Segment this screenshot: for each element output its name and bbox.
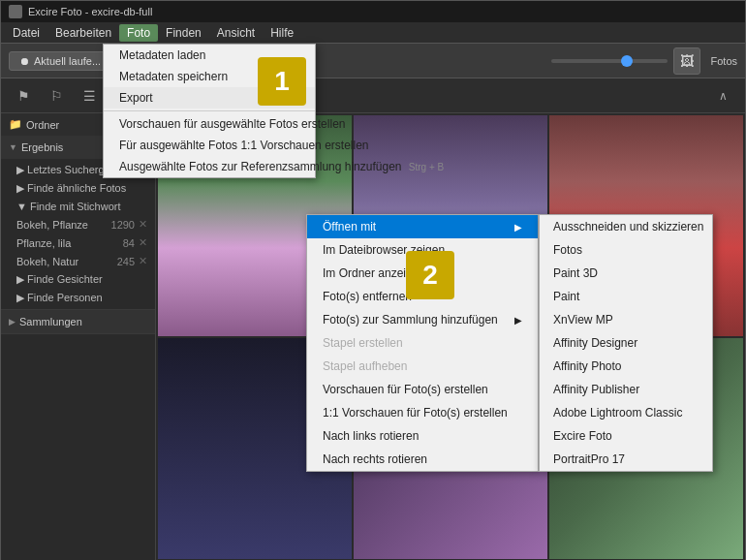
badge-1: 1 xyxy=(258,57,306,106)
submenu-paint3d[interactable]: Paint 3D xyxy=(540,262,712,285)
arrow-right-icon4: ▶ xyxy=(16,292,24,303)
submenu-paint[interactable]: Paint xyxy=(540,285,712,308)
view-icon-btn[interactable]: 🖼 xyxy=(673,47,700,75)
menu-vorschauen-1-1[interactable]: Für ausgewählte Fotos 1:1 Vorschauen ers… xyxy=(104,135,315,156)
ergebnis-items: ▶ Letztes Suchergebnis ▶ Finde ähnliche … xyxy=(1,159,155,309)
tag-remove2[interactable]: ✕ xyxy=(139,236,147,249)
flag2-button[interactable]: ⚐ xyxy=(42,82,71,109)
menu-bar: Datei Bearbeiten Foto Finden Ansicht Hil… xyxy=(1,22,745,44)
tag-count3: 245 xyxy=(117,256,135,267)
arrow-down-icon: ▼ xyxy=(16,201,27,212)
context-links-rotieren[interactable]: Nach links rotieren xyxy=(307,424,538,448)
tag-name: Bokeh, Pflanze xyxy=(16,219,88,231)
tag-bokeh-pflanze: Bokeh, Pflanze 1290 ✕ xyxy=(1,215,155,233)
submenu-excire[interactable]: Excire Foto xyxy=(540,424,712,448)
tag-count: 1290 xyxy=(111,219,135,231)
ergebnis-label: Ergebnis xyxy=(21,141,63,153)
aktuell-button[interactable]: ⏺ Aktuell laufe... xyxy=(9,51,111,71)
context-rechts-rotieren[interactable]: Nach rechts rotieren xyxy=(307,448,538,471)
submenu-portraitpro[interactable]: PortraitPro 17 xyxy=(540,448,712,471)
context-oeffnen-mit[interactable]: Öffnen mit ▶ xyxy=(307,215,538,238)
shortcut-label: Strg + B xyxy=(409,162,444,172)
window-title: Excire Foto - excire-db-full xyxy=(28,6,152,17)
menu-datei[interactable]: Datei xyxy=(5,24,47,42)
menu-vorschauen-erstellen[interactable]: Vorschauen für ausgewählte Fotos erstell… xyxy=(104,113,315,135)
main-window: Excire Foto - excire-db-full Datei Bearb… xyxy=(0,0,746,560)
menu-ansicht[interactable]: Ansicht xyxy=(209,24,263,42)
menu-hilfe[interactable]: Hilfe xyxy=(263,24,301,42)
zoom-slider[interactable] xyxy=(551,59,668,63)
app-icon xyxy=(9,5,22,18)
submenu-affinity-photo[interactable]: Affinity Photo xyxy=(540,355,712,378)
submenu-lightroom[interactable]: Adobe Lightroom Classic xyxy=(540,401,712,424)
menu-finden[interactable]: Finden xyxy=(158,24,209,42)
tag-bokeh-natur: Bokeh, Natur 245 ✕ xyxy=(1,252,155,270)
tag-remove3[interactable]: ✕ xyxy=(139,255,147,267)
submenu-arrow2: ▶ xyxy=(514,315,522,326)
context-vorschauen[interactable]: Vorschauen für Foto(s) erstellen xyxy=(307,378,538,401)
submenu-fotos[interactable]: Fotos xyxy=(540,238,712,262)
submenu: Ausschneiden und skizzieren Fotos Paint … xyxy=(539,214,713,472)
collapse-button[interactable]: ∧ xyxy=(708,82,737,109)
context-sammlung[interactable]: Foto(s) zur Sammlung hinzufügen ▶ xyxy=(307,308,538,331)
sidebar-sammlungen-section: ▶ Sammlungen xyxy=(1,310,155,334)
menu-bearbeiten[interactable]: Bearbeiten xyxy=(47,24,119,42)
zoom-slider-container: 🖼 Fotos xyxy=(551,47,737,75)
slider-thumb xyxy=(621,55,633,67)
sidebar-sammlungen-header[interactable]: ▶ Sammlungen xyxy=(1,310,155,333)
tag-name3: Bokeh, Natur xyxy=(16,256,78,267)
context-stapel-erstellen: Stapel erstellen xyxy=(307,331,538,355)
context-vorschauen-1-1[interactable]: 1:1 Vorschauen für Foto(s) erstellen xyxy=(307,401,538,424)
sidebar-personen-item[interactable]: ▶ Finde Personen xyxy=(1,289,155,307)
sidebar: 📁 Ordner ▼ Ergebnis ▶ Letztes Suchergebn… xyxy=(1,113,156,560)
submenu-ausschneiden[interactable]: Ausschneiden und skizzieren xyxy=(540,215,712,238)
menu-foto[interactable]: Foto xyxy=(119,24,158,42)
arrow-right-icon: ▶ xyxy=(16,164,24,175)
sammlungen-label: Sammlungen xyxy=(19,316,82,327)
badge-2: 2 xyxy=(406,251,454,299)
arrow-right-icon3: ▶ xyxy=(16,273,24,285)
tag-name2: Pflanze, lila xyxy=(16,237,71,249)
ordner-label: Ordner xyxy=(26,119,59,131)
arrow-right-icon2: ▶ xyxy=(16,182,24,194)
folder-icon: 📁 xyxy=(9,118,22,131)
aktuell-label: Aktuell laufe... xyxy=(34,55,101,67)
submenu-affinity-publisher[interactable]: Affinity Publisher xyxy=(540,378,712,401)
title-bar: Excire Foto - excire-db-full xyxy=(1,1,745,22)
flag-button[interactable]: ⚑ xyxy=(9,82,38,109)
list-button[interactable]: ☰ xyxy=(75,82,104,109)
submenu-xnview[interactable]: XnView MP xyxy=(540,308,712,331)
sidebar-aehnliche-item[interactable]: ▶ Finde ähnliche Fotos xyxy=(1,179,155,198)
context-stapel-aufheben: Stapel aufheben xyxy=(307,355,538,378)
tag-pflanze-lila: Pflanze, lila 84 ✕ xyxy=(1,233,155,252)
submenu-affinity-designer[interactable]: Affinity Designer xyxy=(540,331,712,355)
sidebar-gesichter-item[interactable]: ▶ Finde Gesichter xyxy=(1,270,155,289)
menu-divider-1 xyxy=(104,110,315,111)
submenu-arrow: ▶ xyxy=(514,222,522,233)
aktuell-icon: ⏺ xyxy=(19,55,30,67)
sidebar-stichwort-item[interactable]: ▼ Finde mit Stichwort xyxy=(1,198,155,215)
tag-count2: 84 xyxy=(123,237,135,249)
tag-remove[interactable]: ✕ xyxy=(139,218,147,231)
ergebnis-arrow: ▼ xyxy=(9,142,17,152)
sammlungen-arrow: ▶ xyxy=(9,317,16,327)
menu-referenz[interactable]: Ausgewählte Fotos zur Referenzsammlung h… xyxy=(104,156,315,177)
fotos-label: Fotos xyxy=(710,55,737,67)
